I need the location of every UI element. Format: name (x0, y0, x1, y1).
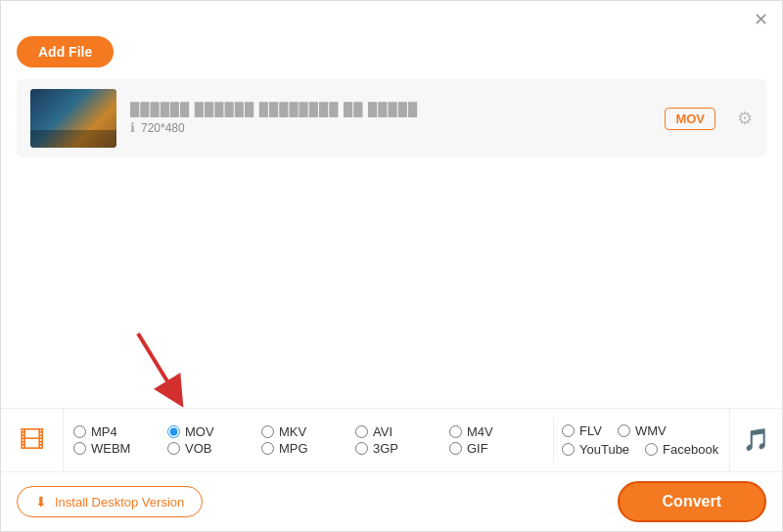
radio-mpg[interactable] (261, 442, 274, 455)
title-bar: ✕ (1, 1, 782, 32)
music-icon: 🎵 (743, 427, 769, 453)
format-option-flv[interactable]: FLV (562, 423, 602, 438)
radio-youtube[interactable] (562, 443, 575, 456)
format-option-mov[interactable]: MOV (167, 424, 261, 439)
arrow-indicator (118, 324, 207, 412)
file-info: ██████ ██████ ████████ ██ █████ ℹ 720*48… (130, 102, 651, 135)
add-file-button[interactable]: Add File (17, 36, 114, 67)
svg-line-1 (138, 333, 175, 394)
music-format-icon-box[interactable]: 🎵 (729, 409, 782, 471)
file-meta: ℹ 720*480 (130, 120, 651, 135)
radio-mp4[interactable] (73, 425, 86, 438)
video-format-icon-box[interactable]: 🎞 (1, 409, 64, 471)
radio-vob[interactable] (167, 442, 180, 455)
format-option-facebook[interactable]: Facebook (645, 442, 718, 457)
format-option-mpg[interactable]: MPG (261, 441, 355, 456)
format-option-mp4[interactable]: MP4 (73, 424, 167, 439)
radio-flv[interactable] (562, 424, 575, 437)
file-list: ██████ ██████ ████████ ██ █████ ℹ 720*48… (17, 79, 766, 157)
radio-avi[interactable] (355, 425, 368, 438)
format-option-webm[interactable]: WEBM (73, 441, 167, 456)
radio-webm[interactable] (73, 442, 86, 455)
radio-m4v[interactable] (449, 425, 462, 438)
file-resolution: 720*480 (141, 121, 185, 135)
film-icon: 🎞 (20, 425, 45, 456)
install-label: Install Desktop Version (55, 495, 184, 510)
radio-wmv[interactable] (618, 424, 630, 437)
format-option-m4v[interactable]: M4V (449, 424, 543, 439)
format-option-gif[interactable]: GIF (449, 441, 543, 456)
format-option-wmv[interactable]: WMV (618, 423, 667, 438)
radio-3gp[interactable] (355, 442, 368, 455)
radio-mkv[interactable] (261, 425, 274, 438)
format-option-mkv[interactable]: MKV (261, 424, 355, 439)
format-option-avi[interactable]: AVI (355, 424, 449, 439)
format-options: MP4 MOV MKV AVI M4V WEBM VOB MPG 3GP GIF (64, 419, 553, 462)
format-badge: MOV (665, 108, 715, 130)
bottom-bar: ⬇ Install Desktop Version Convert (1, 472, 782, 531)
convert-button[interactable]: Convert (618, 481, 766, 522)
extra-format-options: FLV WMV YouTube Facebook (553, 418, 729, 463)
radio-mov[interactable] (167, 425, 180, 438)
radio-gif[interactable] (449, 442, 462, 455)
download-icon: ⬇ (35, 494, 47, 510)
install-desktop-button[interactable]: ⬇ Install Desktop Version (17, 486, 203, 517)
radio-facebook[interactable] (645, 443, 658, 456)
file-thumbnail (30, 89, 116, 148)
format-bar: 🎞 MP4 MOV MKV AVI M4V WEBM VOB MPG (1, 408, 782, 472)
format-option-youtube[interactable]: YouTube (562, 442, 629, 457)
format-option-3gp[interactable]: 3GP (355, 441, 449, 456)
info-icon: ℹ (130, 120, 135, 135)
toolbar: Add File (1, 32, 782, 79)
format-option-vob[interactable]: VOB (167, 441, 261, 456)
close-button[interactable]: ✕ (754, 11, 768, 28)
settings-icon[interactable]: ⚙ (737, 108, 753, 129)
file-name: ██████ ██████ ████████ ██ █████ (130, 102, 651, 116)
